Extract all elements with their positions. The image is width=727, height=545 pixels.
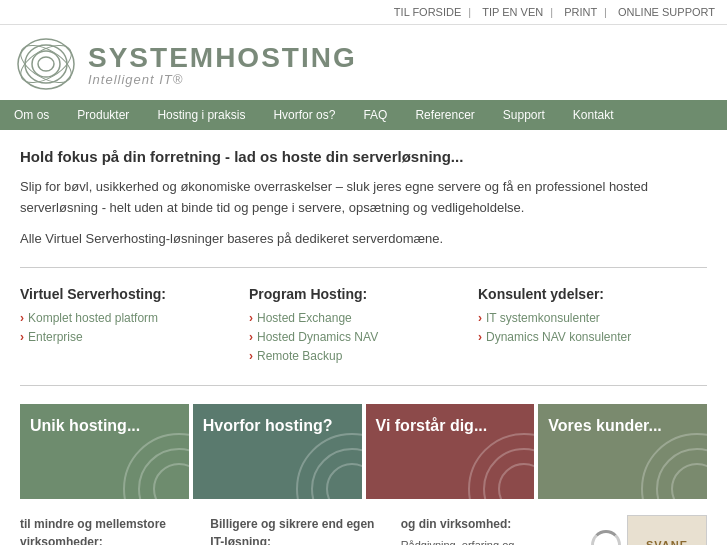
header: SYSTEMHOSTING Intelligent IT®: [0, 25, 727, 100]
nav-kontakt[interactable]: Kontakt: [559, 100, 628, 130]
column-konsulent-title: Konsulent ydelser:: [478, 286, 687, 302]
list-item: Dynamics NAV konsulenter: [478, 329, 687, 344]
tile-hvorfor-title: Hvorfor hosting?: [203, 416, 333, 437]
tile-forstar-title: Vi forstår dig...: [376, 416, 488, 437]
tile-unik-title: Unik hosting...: [30, 416, 140, 437]
svane-label: SVANE: [646, 539, 688, 545]
svg-point-15: [642, 434, 707, 499]
promo-tiles: Unik hosting... Hvorfor hosting? Vi fors…: [20, 404, 707, 499]
divider-2: [20, 385, 707, 386]
main-content: Hold fokus på din forretning - lad os ho…: [0, 130, 727, 545]
topbar-print[interactable]: PRINT: [564, 6, 597, 18]
nav-hosting-i-praksis[interactable]: Hosting i praksis: [143, 100, 259, 130]
tile-vores-title: Vores kunder...: [548, 416, 662, 437]
bottom-col-3: og din virksomhed: Rådgivning, erfaring …: [401, 515, 587, 545]
intro-text-1: Slip for bøvl, usikkerhed og økonomiske …: [20, 177, 707, 219]
list-item: IT systemkonsulenter: [478, 310, 687, 325]
svg-point-8: [154, 464, 189, 499]
service-columns: Virtuel Serverhosting: Komplet hosted pl…: [20, 286, 707, 367]
bottom-col-2: Billigere og sikrere end egen IT-løsning…: [210, 515, 396, 545]
topbar-onlinesupport[interactable]: ONLINE SUPPORT: [618, 6, 715, 18]
bottom-row: til mindre og mellemstore virksomheder: …: [20, 515, 707, 545]
tile-vores[interactable]: Vores kunder...: [538, 404, 707, 499]
list-item: Komplet hosted platform: [20, 310, 229, 325]
top-bar: TIL FORSIDE | TIP EN VEN | PRINT | ONLIN…: [0, 0, 727, 25]
svg-point-11: [327, 464, 362, 499]
column-konsulent-list: IT systemkonsulenter Dynamics NAV konsul…: [478, 310, 687, 344]
link-hosted-exchange[interactable]: Hosted Exchange: [249, 311, 352, 325]
tile-decoration: [637, 429, 707, 499]
tile-unik[interactable]: Unik hosting...: [20, 404, 189, 499]
intro-text-2: Alle Virtuel Serverhosting-løsninger bas…: [20, 229, 707, 250]
nav-support[interactable]: Support: [489, 100, 559, 130]
column-virtuel: Virtuel Serverhosting: Komplet hosted pl…: [20, 286, 249, 367]
link-enterprise[interactable]: Enterprise: [20, 330, 83, 344]
list-item: Hosted Dynamics NAV: [249, 329, 458, 344]
link-komplet[interactable]: Komplet hosted platform: [20, 311, 158, 325]
link-dynamics-nav[interactable]: Dynamics NAV konsulenter: [478, 330, 631, 344]
svg-point-14: [499, 464, 534, 499]
list-item: Hosted Exchange: [249, 310, 458, 325]
svg-point-6: [124, 434, 189, 499]
column-program: Program Hosting: Hosted Exchange Hosted …: [249, 286, 478, 367]
logo-icon: [16, 37, 76, 92]
topbar-tipenven[interactable]: TIP EN VEN: [482, 6, 543, 18]
svg-point-10: [312, 449, 362, 499]
logo-text: SYSTEMHOSTING Intelligent IT®: [88, 42, 357, 87]
column-konsulent: Konsulent ydelser: IT systemkonsulenter …: [478, 286, 707, 367]
intro-headline: Hold fokus på din forretning - lad os ho…: [20, 148, 707, 165]
bottom-label-2: Billigere og sikrere end egen IT-løsning…: [210, 515, 388, 545]
svg-point-13: [484, 449, 534, 499]
svg-point-2: [32, 51, 60, 77]
tile-forstar[interactable]: Vi forstår dig...: [366, 404, 535, 499]
column-program-list: Hosted Exchange Hosted Dynamics NAV Remo…: [249, 310, 458, 363]
bottom-col-4: SVANE: [591, 515, 707, 545]
topbar-tilforside[interactable]: TIL FORSIDE: [394, 6, 461, 18]
column-virtuel-list: Komplet hosted platform Enterprise: [20, 310, 229, 344]
nav-produkter[interactable]: Produkter: [63, 100, 143, 130]
svg-point-17: [672, 464, 707, 499]
bottom-label-1: til mindre og mellemstore virksomheder:: [20, 515, 198, 545]
divider-1: [20, 267, 707, 268]
main-nav: Om os Produkter Hosting i praksis Hvorfo…: [0, 100, 727, 130]
svg-point-12: [469, 434, 534, 499]
bottom-col-1: til mindre og mellemstore virksomheder: …: [20, 515, 206, 545]
bottom-body-3: Rådgivning, erfaring og projektlederskab…: [401, 539, 567, 545]
link-it-system[interactable]: IT systemkonsulenter: [478, 311, 600, 325]
svg-point-7: [139, 449, 189, 499]
tile-decoration: [119, 429, 189, 499]
svg-point-16: [657, 449, 707, 499]
svane-logo: SVANE: [627, 515, 707, 545]
svg-point-3: [38, 57, 54, 71]
nav-om-os[interactable]: Om os: [0, 100, 63, 130]
nav-hvorfor-os[interactable]: Hvorfor os?: [259, 100, 349, 130]
list-item: Enterprise: [20, 329, 229, 344]
column-program-title: Program Hosting:: [249, 286, 458, 302]
link-hosted-dynamics[interactable]: Hosted Dynamics NAV: [249, 330, 378, 344]
tile-decoration: [464, 429, 534, 499]
tile-hvorfor[interactable]: Hvorfor hosting?: [193, 404, 362, 499]
brand-tagline: Intelligent IT®: [88, 72, 357, 87]
column-virtuel-title: Virtuel Serverhosting:: [20, 286, 229, 302]
nav-referencer[interactable]: Referencer: [401, 100, 488, 130]
brand-name: SYSTEMHOSTING: [88, 42, 357, 74]
loading-spinner: [591, 530, 621, 545]
nav-faq[interactable]: FAQ: [349, 100, 401, 130]
svg-point-9: [297, 434, 362, 499]
tile-decoration: [292, 429, 362, 499]
link-remote-backup[interactable]: Remote Backup: [249, 349, 342, 363]
bottom-label-3: og din virksomhed:: [401, 515, 579, 533]
list-item: Remote Backup: [249, 348, 458, 363]
logo-area: SYSTEMHOSTING Intelligent IT®: [16, 37, 357, 92]
